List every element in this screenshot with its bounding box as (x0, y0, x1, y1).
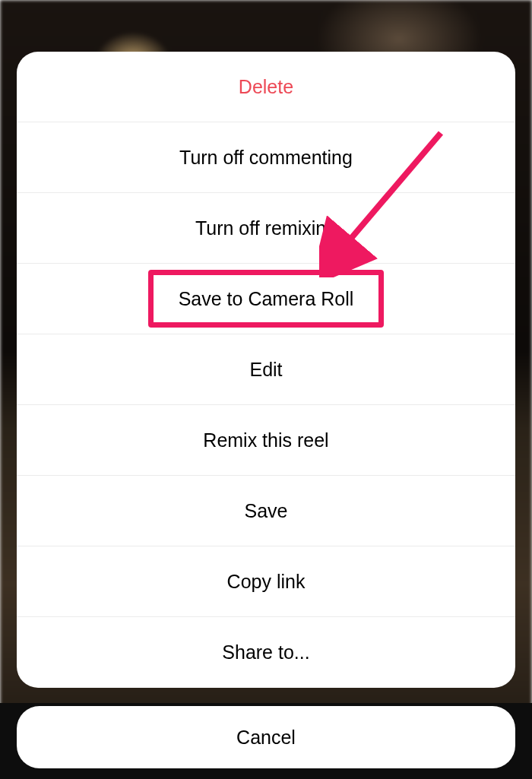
remix-this-reel-button[interactable]: Remix this reel (17, 405, 515, 476)
remix-this-reel-label: Remix this reel (203, 429, 328, 451)
copy-link-label: Copy link (227, 571, 306, 593)
share-to-label: Share to... (222, 641, 309, 663)
share-to-button[interactable]: Share to... (17, 617, 515, 688)
edit-button[interactable]: Edit (17, 334, 515, 405)
turn-off-remixing-button[interactable]: Turn off remixing (17, 193, 515, 264)
turn-off-commenting-button[interactable]: Turn off commenting (17, 122, 515, 193)
save-button[interactable]: Save (17, 476, 515, 546)
delete-button[interactable]: Delete (17, 52, 515, 122)
turn-off-remixing-label: Turn off remixing (195, 217, 337, 239)
edit-label: Edit (249, 359, 282, 381)
save-to-camera-roll-label: Save to Camera Roll (179, 288, 354, 310)
copy-link-button[interactable]: Copy link (17, 546, 515, 617)
turn-off-commenting-label: Turn off commenting (179, 147, 353, 169)
save-to-camera-roll-button[interactable]: Save to Camera Roll (17, 264, 515, 334)
delete-label: Delete (239, 76, 293, 98)
cancel-button[interactable]: Cancel (17, 706, 515, 768)
save-label: Save (245, 500, 288, 522)
action-sheet: Delete Turn off commenting Turn off remi… (17, 52, 515, 688)
cancel-label: Cancel (236, 727, 296, 749)
